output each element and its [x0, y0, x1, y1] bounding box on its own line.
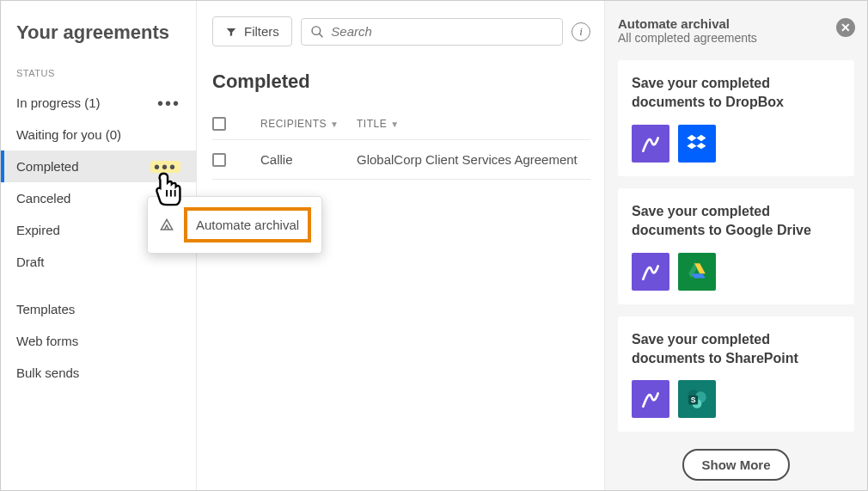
- sidebar-item-label: Draft: [16, 255, 45, 269]
- sidebar-item-label: Bulk sends: [16, 365, 79, 380]
- card-title: Save your completed documents to SharePo…: [632, 330, 840, 369]
- context-menu: Automate archival: [147, 196, 322, 254]
- more-icon[interactable]: •••: [150, 161, 180, 173]
- sidebar-item-waiting[interactable]: Waiting for you (0): [1, 119, 196, 150]
- status-heading: STATUS: [1, 68, 196, 87]
- svg-text:S: S: [691, 396, 696, 405]
- section-title: Completed: [212, 71, 590, 93]
- svg-line-1: [319, 34, 322, 37]
- close-icon[interactable]: ✕: [836, 18, 855, 37]
- search-icon: [310, 24, 324, 40]
- select-all-checkbox[interactable]: [212, 117, 226, 131]
- filter-icon: [225, 26, 237, 38]
- dropbox-icon[interactable]: [678, 125, 716, 163]
- automate-archival-option[interactable]: Automate archival: [184, 207, 311, 242]
- automate-icon: [158, 217, 175, 234]
- sidebar-item-label: Expired: [16, 223, 60, 237]
- toolbar: Filters i: [212, 16, 590, 46]
- page-title: Your agreements: [1, 16, 196, 68]
- table-header: RECIPIENTS ▼ TITLE ▼: [212, 108, 590, 140]
- panel-subtitle: All completed agreements: [618, 31, 854, 45]
- card-sharepoint: Save your completed documents to SharePo…: [618, 316, 854, 433]
- sort-arrow-icon: ▼: [330, 120, 339, 129]
- google-drive-icon[interactable]: [678, 253, 716, 291]
- acrobat-icon[interactable]: [632, 125, 669, 163]
- acrobat-icon[interactable]: [632, 380, 669, 418]
- search-field[interactable]: [301, 18, 563, 46]
- sidebar-item-label: Templates: [16, 302, 75, 316]
- row-title: GlobalCorp Client Services Agreement: [357, 152, 590, 167]
- right-panel: ✕ Automate archival All completed agreem…: [604, 1, 867, 490]
- sort-arrow-icon: ▼: [390, 120, 399, 129]
- sidebar-item-label: Canceled: [16, 191, 70, 206]
- card-title: Save your completed documents to DropBox: [632, 74, 840, 113]
- sidebar-item-label: Web forms: [16, 334, 78, 348]
- acrobat-icon[interactable]: [632, 253, 669, 291]
- card-title: Save your completed documents to Google …: [632, 202, 840, 241]
- col-title-label[interactable]: TITLE: [357, 118, 387, 130]
- sidebar-item-label: Waiting for you (0): [16, 127, 121, 142]
- more-icon[interactable]: •••: [157, 99, 180, 107]
- sidebar-item-completed[interactable]: Completed •••: [1, 150, 196, 182]
- filters-label: Filters: [244, 24, 279, 39]
- sidebar-item-label: In progress (1): [16, 95, 101, 110]
- show-more-button[interactable]: Show More: [682, 449, 789, 481]
- sharepoint-icon[interactable]: S: [678, 380, 716, 418]
- row-recipient: Callie: [260, 152, 357, 167]
- sidebar-item-bulk-sends[interactable]: Bulk sends: [1, 357, 196, 389]
- card-google-drive: Save your completed documents to Google …: [618, 188, 854, 304]
- info-icon[interactable]: i: [572, 22, 590, 41]
- col-recipients-label[interactable]: RECIPIENTS: [260, 118, 327, 130]
- sidebar-item-label: Completed: [16, 159, 79, 174]
- sidebar-item-in-progress[interactable]: In progress (1) •••: [1, 87, 196, 119]
- filters-button[interactable]: Filters: [212, 16, 292, 46]
- row-checkbox[interactable]: [212, 153, 226, 167]
- svg-point-0: [312, 26, 321, 34]
- sidebar-item-web-forms[interactable]: Web forms: [1, 325, 196, 357]
- search-input[interactable]: [331, 24, 553, 39]
- table-row[interactable]: Callie GlobalCorp Client Services Agreem…: [212, 140, 590, 180]
- card-dropbox: Save your completed documents to DropBox: [618, 60, 854, 176]
- panel-title: Automate archival: [618, 16, 854, 31]
- sidebar-item-templates[interactable]: Templates: [1, 293, 196, 325]
